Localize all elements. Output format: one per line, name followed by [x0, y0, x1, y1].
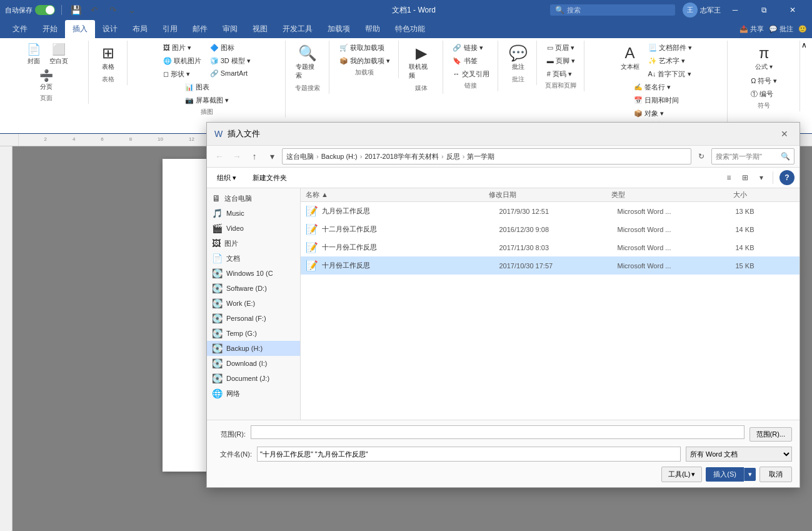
breadcrumb-school[interactable]: 2017-2018学年有关材料: [364, 152, 439, 161]
sidebar-drive-e[interactable]: 💽 Work (E:): [207, 296, 300, 311]
tab-home[interactable]: 开始: [35, 20, 65, 38]
doc-parts-button[interactable]: 📃 文档部件 ▾: [644, 42, 696, 54]
col-name-header[interactable]: 名称 ▲: [306, 190, 489, 200]
organize-button[interactable]: 组织 ▾: [212, 171, 241, 185]
autosave-toggle[interactable]: 自动保存: [5, 5, 55, 15]
table-button[interactable]: ⊞表格: [95, 42, 121, 74]
search-input[interactable]: [716, 153, 778, 160]
tab-view[interactable]: 视图: [245, 20, 275, 38]
tab-references[interactable]: 引用: [155, 20, 185, 38]
refresh-button[interactable]: ↻: [694, 149, 709, 164]
breadcrumb[interactable]: 这台电脑 › Backup (H:) › 2017-2018学年有关材料 › 反…: [282, 148, 691, 164]
insert-dropdown-button[interactable]: ▾: [744, 468, 756, 481]
tab-file[interactable]: 文件: [5, 20, 35, 38]
page-break-button[interactable]: ➗分页: [34, 68, 58, 93]
textbox-button[interactable]: A文本框: [617, 42, 643, 74]
sidebar-network[interactable]: 🌐 网络: [207, 386, 300, 401]
view-details-button[interactable]: ⊞: [738, 170, 753, 185]
filename-input[interactable]: [257, 447, 681, 462]
redo-button[interactable]: ↷: [106, 3, 121, 18]
tab-developer[interactable]: 开发工具: [275, 20, 320, 38]
tab-design[interactable]: 设计: [95, 20, 125, 38]
breadcrumb-computer[interactable]: 这台电脑: [286, 152, 314, 161]
tab-review[interactable]: 审阅: [215, 20, 245, 38]
page-number-button[interactable]: # 页码 ▾: [543, 68, 579, 80]
forward-button[interactable]: →: [229, 149, 244, 164]
collapse-ribbon[interactable]: ∧: [801, 41, 807, 49]
file-row-november[interactable]: 📝 十一月份工作反思 2017/11/30 8:03 Microsoft Wor…: [301, 238, 799, 256]
header-button[interactable]: ▭ 页眉 ▾: [543, 42, 579, 54]
sidebar-drive-f[interactable]: 💽 Personal (F:): [207, 311, 300, 326]
screenshot-button[interactable]: 📷 屏幕截图 ▾: [181, 94, 233, 106]
dropcap-button[interactable]: A↓ 首字下沉 ▾: [644, 68, 696, 80]
tools-button[interactable]: 工具(L) ▾: [661, 467, 702, 482]
date-time-button[interactable]: 📅 日期和时间: [630, 94, 683, 106]
sidebar-video[interactable]: 🎬 Video: [207, 221, 300, 236]
chart-button[interactable]: 📊 图表: [181, 81, 233, 93]
up-button[interactable]: ↑: [247, 149, 262, 164]
online-video-button[interactable]: ▶联机视频: [405, 42, 437, 83]
smiley-button[interactable]: 🙂: [798, 25, 807, 33]
view-chevron-button[interactable]: ▾: [754, 170, 769, 185]
share-button[interactable]: 📤 共享: [739, 24, 764, 34]
sidebar-drive-c[interactable]: 💽 Windows 10 (C: [207, 266, 300, 281]
online-pictures-button[interactable]: 🌐 联机图片: [159, 55, 205, 67]
sidebar-drive-g[interactable]: 💽 Temp (G:): [207, 326, 300, 341]
range-input[interactable]: [251, 425, 744, 439]
col-date-header[interactable]: 修改日期: [489, 190, 611, 200]
sidebar-computer[interactable]: 🖥 这台电脑: [207, 191, 300, 206]
sidebar-drive-j[interactable]: 💽 Document (J:): [207, 371, 300, 386]
breadcrumb-term[interactable]: 第一学期: [467, 152, 494, 161]
breadcrumb-backup[interactable]: Backup (H:): [321, 153, 358, 160]
bookmark-button[interactable]: 🔖 书签: [449, 55, 493, 67]
smartart-button[interactable]: 🔗 SmartArt: [206, 68, 254, 79]
shapes-button[interactable]: ◻ 形状 ▾: [159, 68, 205, 80]
file-row-september[interactable]: 📝 九月份工作反思 2017/9/30 12:51 Microsoft Word…: [301, 202, 799, 220]
col-type-header[interactable]: 类型: [611, 190, 734, 200]
sidebar-drive-d[interactable]: 💽 Software (D:): [207, 281, 300, 296]
restore-button[interactable]: ⧉: [749, 0, 778, 20]
3d-models-button[interactable]: 🧊 3D 模型 ▾: [206, 55, 254, 67]
insert-file-dialog[interactable]: W 插入文件 ✕ ← → ↑ ▾ 这台电脑 › Backup (H:) › 20…: [206, 122, 800, 488]
comments-button[interactable]: 💬 批注: [769, 24, 793, 34]
search-bar[interactable]: 🔍: [550, 4, 675, 16]
dialog-close-button[interactable]: ✕: [777, 126, 792, 141]
sidebar-drive-h[interactable]: 💽 Backup (H:): [207, 341, 300, 356]
search-box[interactable]: 🔍: [711, 148, 794, 164]
minimize-button[interactable]: ─: [721, 0, 749, 20]
file-row-december[interactable]: 📝 十二月份工作反思 2016/12/30 9:08 Microsoft Wor…: [301, 220, 799, 238]
object-button[interactable]: 📦 对象 ▾: [630, 108, 683, 119]
sidebar-pictures[interactable]: 🖼 图片: [207, 236, 300, 251]
icons-button[interactable]: 🔷 图标: [206, 42, 254, 54]
sidebar-music[interactable]: 🎵 Music: [207, 206, 300, 221]
symbol-button[interactable]: Ω 符号 ▾: [747, 75, 781, 87]
filetype-select[interactable]: 所有 Word 文档 所有文件 Word 文档 Word 模板: [686, 447, 792, 462]
recent-locations-button[interactable]: ▾: [264, 149, 279, 164]
tab-addins[interactable]: 加载项: [320, 20, 358, 38]
tab-insert[interactable]: 插入: [65, 20, 95, 38]
col-size-header[interactable]: 大小: [733, 190, 794, 200]
sidebar-drive-i[interactable]: 💽 Download (I:): [207, 356, 300, 371]
cross-reference-button[interactable]: ↔ 交叉引用: [449, 68, 493, 80]
view-list-button[interactable]: ≡: [721, 170, 736, 185]
cancel-button[interactable]: 取消: [759, 467, 792, 482]
search-input[interactable]: [567, 6, 661, 14]
range-button[interactable]: 范围(R)...: [749, 427, 792, 442]
tab-help[interactable]: 帮助: [358, 20, 388, 38]
file-row-october[interactable]: 📝 十月份工作反思 2017/10/30 17:57 Microsoft Wor…: [301, 256, 799, 275]
new-folder-button[interactable]: 新建文件夹: [246, 171, 293, 185]
breadcrumb-reflection[interactable]: 反思: [446, 152, 460, 161]
hyperlink-button[interactable]: 🔗 链接 ▾: [449, 42, 493, 54]
my-addins-button[interactable]: 📦 我的加载项 ▾: [336, 55, 394, 67]
equation-button[interactable]: π公式 ▾: [751, 42, 777, 74]
help-button[interactable]: ?: [779, 170, 794, 185]
wordart-button[interactable]: ✨ 艺术字 ▾: [644, 55, 696, 67]
insert-main-button[interactable]: 插入(S): [706, 467, 744, 482]
footer-button[interactable]: ▬ 页脚 ▾: [543, 55, 579, 67]
get-addins-button[interactable]: 🛒 获取加载项: [336, 42, 394, 54]
blank-page-button[interactable]: ⬜空白页: [47, 42, 71, 67]
back-button[interactable]: ←: [212, 149, 227, 164]
close-button[interactable]: ✕: [778, 0, 807, 20]
numbering-button[interactable]: ① 编号: [747, 88, 781, 100]
save-button[interactable]: 💾: [68, 3, 83, 18]
